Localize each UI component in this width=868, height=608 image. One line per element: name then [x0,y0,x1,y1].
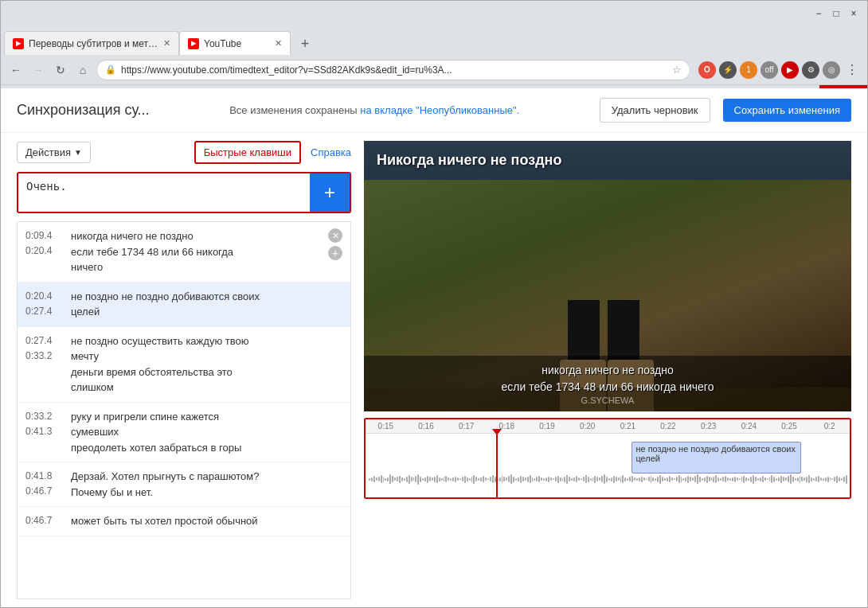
waveform-bar [564,477,565,482]
waveform-bar [732,477,733,481]
add-caption-button[interactable]: + [310,173,350,212]
waveform-bar [448,477,449,481]
waveform-bar [627,478,628,481]
help-link[interactable]: Справка [311,146,351,158]
waveform-bar [825,477,827,481]
page-title: Синхронизация су... [17,102,150,119]
waveform-bar [550,477,552,481]
waveform-bar [376,477,377,481]
video-player[interactable]: Никогда ничего не поздно [364,141,851,411]
waveform-bar [369,478,370,481]
waveform-bar [503,477,505,481]
header-link[interactable]: на вкладке "Неопубликованные". [360,104,519,116]
extension-icon6[interactable]: ◎ [823,61,840,79]
reload-button[interactable]: ↻ [52,61,69,79]
hotkeys-button[interactable]: Быстрые клавиши [194,141,301,164]
caption-item-2[interactable]: 0:20.4 0:27.4 не поздно не поздно добива… [18,283,350,327]
waveform-bar [583,477,585,481]
waveform-bar [659,475,661,484]
new-tab-button[interactable]: + [294,33,316,55]
timeline-playhead[interactable] [496,434,498,497]
url-bar[interactable]: 🔒 https://www.youtube.com/timedtext_edit… [96,60,690,80]
timeline-container[interactable]: 0:15 0:16 0:17 0:18 0:19 0:20 0:21 0:22 … [364,418,851,499]
waveform-bar [548,477,549,482]
caption-item-6[interactable]: 0:46.7 может быть ты хотел простой обычн… [18,507,350,536]
close-button[interactable]: × [846,6,861,21]
waveform-bar [441,478,443,481]
waveform-bar [513,477,514,482]
waveform-bar [690,477,691,481]
waveform-bar [409,475,410,484]
actions-chevron-icon: ▼ [74,148,82,157]
leg-right [608,300,639,364]
browser-toolbar: O ⚡ 1 off ▶ ⚙ ◎ ⋮ [698,61,861,79]
timeline-track[interactable]: не поздно не поздно добиваются своих цел… [366,434,850,497]
bookmark-icon[interactable]: ☆ [672,64,682,76]
waveform-bar [445,476,447,482]
caption-item-4[interactable]: 0:33.2 0:41.3 руку и пригрели спине каже… [18,403,350,463]
waveform-bar [823,478,824,481]
opera-icon[interactable]: O [698,61,716,79]
waveform-bar [620,477,622,482]
waveform-bar [800,476,801,483]
extension-icon1[interactable]: ⚡ [719,61,737,79]
waveform-bar [769,477,771,481]
actions-button[interactable]: Действия ▼ [17,142,91,163]
waveform-bar [839,477,840,481]
waveform-bar [678,475,680,483]
extension-icon5[interactable]: ⚙ [802,61,819,79]
waveform-bar [538,476,540,482]
video-title-overlay: Никогда ничего не поздно [364,141,851,180]
waveform-bar [452,477,454,481]
waveform-bar [576,476,577,482]
tab2-close-icon[interactable]: ✕ [275,38,282,49]
save-changes-button[interactable]: Сохранить изменения [723,99,852,122]
caption-input[interactable]: Очень. [18,173,310,212]
waveform-bar [685,477,686,481]
caption-item-3[interactable]: 0:27.4 0:33.2 не поздно осуществить кажд… [18,327,350,403]
waveform-bar [762,476,764,482]
caption-times-2: 0:20.4 0:27.4 [25,289,61,319]
caption-item-5[interactable]: 0:41.8 0:46.7 Дерзай. Хотел прыгнуть с п… [18,462,350,507]
waveform-bar [790,474,792,484]
more-caption-1-button[interactable]: + [328,246,342,260]
extension-icon4[interactable]: ▶ [781,61,799,79]
tab-1[interactable]: ▶ Переводы субтитров и метадан... ✕ [4,31,179,55]
maximize-button[interactable]: □ [829,6,843,21]
waveform-bar [720,478,721,481]
waveform-bar [795,478,796,481]
waveform-bar [682,478,684,481]
address-bar: ← → ↻ ⌂ 🔒 https://www.youtube.com/timedt… [1,55,867,85]
waveform-bar [702,478,703,481]
minimize-button[interactable]: − [811,6,826,21]
waveform-bar [406,477,408,482]
waveform-bar [541,477,542,481]
waveform-bar [569,477,570,481]
extension-icon2[interactable]: 1 [740,61,757,79]
waveform-bar [818,476,819,482]
tab1-close-icon[interactable]: ✕ [163,38,170,49]
waveform-bar [841,478,843,481]
waveform-bar [631,476,633,482]
caption-item-1[interactable]: 0:09.4 0:20.4 никогда ничего не поздноес… [18,222,350,283]
waveform-bar [508,476,510,482]
waveform-bar [655,478,656,481]
waveform-bar [778,477,780,481]
extension-icon3[interactable]: off [760,61,778,79]
delete-draft-button[interactable]: Удалить черновик [600,98,710,123]
home-button[interactable]: ⌂ [74,61,92,79]
waveform-bar [434,477,436,482]
waveform-bar [618,477,620,481]
tab-2[interactable]: ▶ YouTube ✕ [179,31,291,55]
back-button[interactable]: ← [7,61,25,79]
caption-times-1: 0:09.4 0:20.4 [25,228,61,259]
forward-button[interactable]: → [29,61,47,79]
remove-caption-1-button[interactable]: ✕ [328,228,342,243]
waveform-bar [815,477,817,481]
ruler-mark-0: 0:15 [366,422,406,431]
tab1-favicon: ▶ [13,38,24,49]
main-area: Действия ▼ Быстрые клавиши Справка Очень… [1,133,867,607]
menu-icon[interactable]: ⋮ [843,61,861,79]
waveform-bar [397,477,398,481]
waveform-bar [613,476,615,483]
